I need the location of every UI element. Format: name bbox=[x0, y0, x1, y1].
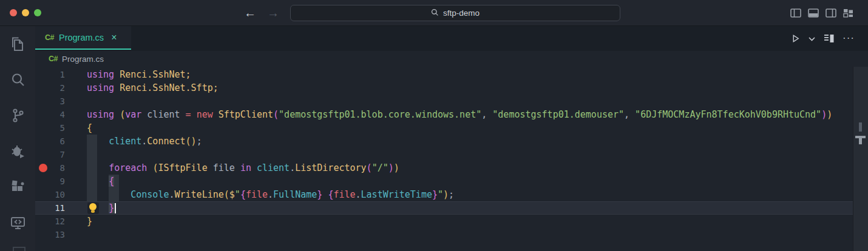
run-dropdown-chevron-icon[interactable] bbox=[809, 36, 815, 41]
extensions-icon bbox=[10, 179, 26, 195]
debug-icon bbox=[10, 143, 26, 159]
code-lines: 1using Renci.SshNet;2using Renci.SshNet.… bbox=[35, 67, 868, 241]
line-gutter[interactable]: 4 bbox=[35, 108, 87, 121]
minimap-mark bbox=[859, 122, 862, 132]
editor-actions: ··· bbox=[791, 26, 855, 51]
code-line[interactable]: 1using Renci.SshNet; bbox=[35, 68, 868, 81]
navigate-back-button[interactable]: ← bbox=[244, 7, 256, 19]
sidebar-item-explorer[interactable] bbox=[0, 26, 35, 62]
partial-activity-icon bbox=[13, 247, 25, 251]
code-text: foreach (ISftpFile file in client.ListDi… bbox=[87, 161, 399, 175]
toggle-panel-icon[interactable] bbox=[808, 8, 819, 18]
code-text: Console.WriteLine($"{file.FullName} {fil… bbox=[87, 188, 454, 201]
code-text: using Renci.SshNet.Sftp; bbox=[87, 81, 219, 95]
line-number: 6 bbox=[60, 136, 65, 146]
sidebar-item-source-control[interactable] bbox=[0, 98, 35, 133]
code-line[interactable]: 5{ bbox=[35, 121, 868, 135]
code-line[interactable]: 12} bbox=[35, 215, 868, 228]
line-gutter[interactable]: 10 bbox=[35, 188, 87, 201]
code-line[interactable]: 3 bbox=[35, 95, 868, 108]
git-branch-icon bbox=[10, 107, 26, 124]
line-number: 7 bbox=[60, 150, 65, 159]
csharp-file-icon: C# bbox=[49, 55, 58, 63]
line-number: 12 bbox=[55, 216, 65, 226]
breadcrumb[interactable]: C# Program.cs bbox=[35, 51, 868, 67]
line-number: 9 bbox=[60, 176, 65, 186]
line-number: 2 bbox=[60, 83, 65, 93]
code-line[interactable]: 11 } bbox=[35, 201, 868, 215]
minimap-mark bbox=[855, 136, 866, 138]
breadcrumb-file: Program.cs bbox=[62, 55, 104, 64]
code-line[interactable]: 2using Renci.SshNet.Sftp; bbox=[35, 81, 868, 95]
line-gutter[interactable]: 11 bbox=[35, 201, 87, 215]
close-tab-icon[interactable]: × bbox=[111, 33, 117, 42]
minimap-scrollbar[interactable] bbox=[853, 67, 868, 251]
code-editor[interactable]: 1using Renci.SshNet;2using Renci.SshNet.… bbox=[35, 67, 868, 251]
line-gutter[interactable]: 7 bbox=[35, 148, 87, 161]
code-text: using Renci.SshNet; bbox=[87, 68, 191, 81]
csharp-file-icon: C# bbox=[45, 33, 54, 42]
line-number: 10 bbox=[55, 190, 65, 199]
line-number: 13 bbox=[55, 230, 65, 239]
text-cursor bbox=[115, 203, 116, 213]
line-number: 8 bbox=[60, 163, 65, 173]
tab-program-cs[interactable]: C# Program.cs × bbox=[35, 26, 131, 50]
zoom-window-button[interactable] bbox=[34, 9, 41, 16]
code-line[interactable]: 7 bbox=[35, 148, 868, 161]
toggle-secondary-sidebar-icon[interactable] bbox=[826, 8, 836, 18]
sidebar-item-remote-explorer[interactable] bbox=[0, 205, 35, 241]
code-line[interactable]: 13 bbox=[35, 228, 868, 241]
split-editor-icon[interactable] bbox=[824, 34, 834, 43]
activity-bar bbox=[0, 26, 35, 251]
toggle-primary-sidebar-icon[interactable] bbox=[790, 8, 801, 18]
code-text: { bbox=[87, 175, 114, 188]
sidebar-item-search[interactable] bbox=[0, 62, 35, 98]
line-gutter[interactable]: 6 bbox=[35, 135, 87, 148]
code-text: { bbox=[87, 121, 92, 135]
more-actions-button[interactable]: ··· bbox=[843, 36, 855, 41]
sidebar-item-extensions[interactable] bbox=[0, 169, 35, 205]
search-value: sftp-demo bbox=[443, 8, 480, 18]
line-gutter[interactable]: 8 bbox=[35, 161, 87, 175]
line-gutter[interactable]: 13 bbox=[35, 228, 87, 241]
tab-bar: C# Program.cs × ··· bbox=[35, 26, 868, 51]
code-text: } bbox=[87, 215, 92, 228]
navigate-forward-button[interactable]: → bbox=[267, 7, 279, 19]
close-window-button[interactable] bbox=[10, 9, 17, 16]
line-gutter[interactable]: 9 bbox=[35, 175, 87, 188]
line-number: 5 bbox=[60, 123, 65, 133]
search-icon bbox=[431, 8, 439, 18]
code-line[interactable]: 6 client.Connect(); bbox=[35, 135, 868, 148]
code-line[interactable]: 9 { bbox=[35, 175, 868, 188]
remote-monitor-icon bbox=[10, 215, 26, 231]
files-icon bbox=[10, 36, 26, 52]
line-number: 3 bbox=[60, 96, 65, 106]
lightbulb-icon[interactable] bbox=[87, 202, 99, 214]
search-icon bbox=[10, 72, 26, 88]
customize-layout-icon[interactable] bbox=[843, 8, 853, 18]
editor-group: C# Program.cs × ··· C# Program.cs bbox=[35, 26, 868, 251]
code-text: using (var client = new SftpClient("demo… bbox=[87, 108, 832, 121]
vscode-window: ← → sftp-demo bbox=[0, 0, 868, 251]
code-line[interactable]: 10 Console.WriteLine($"{file.FullName} {… bbox=[35, 188, 868, 201]
line-gutter[interactable]: 3 bbox=[35, 95, 87, 108]
command-center-search[interactable]: sftp-demo bbox=[290, 5, 620, 21]
code-text: client.Connect(); bbox=[87, 135, 202, 148]
breakpoint-dot[interactable] bbox=[39, 164, 47, 172]
run-button[interactable] bbox=[791, 34, 800, 43]
tab-label: Program.cs bbox=[59, 33, 104, 42]
line-number: 11 bbox=[55, 203, 65, 213]
sidebar-item-run-debug[interactable] bbox=[0, 133, 35, 169]
title-bar: ← → sftp-demo bbox=[0, 0, 868, 26]
line-gutter[interactable]: 5 bbox=[35, 121, 87, 135]
minimize-window-button[interactable] bbox=[22, 9, 29, 16]
line-gutter[interactable]: 1 bbox=[35, 68, 87, 81]
line-number: 1 bbox=[60, 70, 65, 79]
line-gutter[interactable]: 12 bbox=[35, 215, 87, 228]
line-number: 4 bbox=[60, 110, 65, 119]
window-controls bbox=[10, 9, 41, 16]
code-line[interactable]: 4using (var client = new SftpClient("dem… bbox=[35, 108, 868, 121]
code-line[interactable]: 8 foreach (ISftpFile file in client.List… bbox=[35, 161, 868, 175]
line-gutter[interactable]: 2 bbox=[35, 81, 87, 95]
